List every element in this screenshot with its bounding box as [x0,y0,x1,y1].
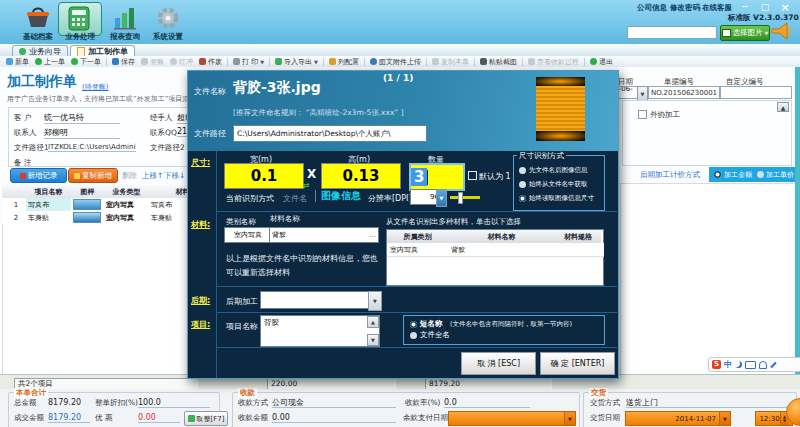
off-value[interactable]: 0.00 [138,413,180,423]
outsource-checkbox[interactable] [638,110,647,119]
chevron-down-icon[interactable]: ▼ [637,86,648,101]
ok-button[interactable]: 确 定 [ENTER] [540,352,615,375]
swap-icon[interactable]: ⇄ [303,181,310,190]
wrench-icon[interactable] [770,361,776,367]
material-row-name[interactable]: 背胶 [448,243,559,257]
add-record-button[interactable]: 新增记录 [10,168,67,183]
detect-option1-label[interactable]: 先文件名后图像信息 [529,166,588,175]
move-down-button[interactable]: 下移↓ [164,171,185,181]
scroll-down-icon[interactable]: ▼ [367,334,379,346]
print-button[interactable]: 打 印▼ [230,57,267,67]
detect-option2-radio[interactable] [519,181,526,188]
cancel-button[interactable]: 取 消 [ESC] [461,352,536,375]
by-filename-option[interactable]: 文件名 [283,193,307,204]
pricing-unit-radio[interactable] [757,171,764,178]
row2-type-cell[interactable]: 室内写真 [104,211,152,225]
row1-type-cell[interactable]: 室内写真 [104,198,152,212]
sogou-logo-icon[interactable]: S [712,360,721,369]
report-chart-icon[interactable] [112,6,138,34]
online-service-link[interactable]: 在线客服 [702,3,732,13]
copy-record-button[interactable]: 复制新增 [68,168,118,183]
payment-amount-value[interactable]: 0.00 [272,413,396,423]
row1-pic-cell[interactable] [71,198,107,212]
chevron-down-icon[interactable]: ▼ [368,291,382,311]
row2-name-cell[interactable]: 车身贴 [26,211,74,225]
dpi-slider-track[interactable] [450,196,480,199]
post-process-dropdown[interactable] [260,291,374,309]
detect-option3-label[interactable]: 始终读取图像信息尺寸 [529,194,594,203]
table-row[interactable]: 1 [2,198,29,212]
file-path-input[interactable]: C:\Users\Administrator\Desktop\个人账户\ [233,125,427,142]
material-name-input[interactable]: 背胶 … [269,227,379,243]
side-strip[interactable] [795,67,800,374]
pricing-unit-label[interactable]: 加工单价 [766,170,794,180]
column-config-button[interactable]: 列配置 [326,57,362,67]
discount-value[interactable]: 100.0 [138,398,210,408]
short-name-label[interactable]: 短名称 [420,319,443,329]
delivery-date-combo[interactable]: 2014-11-07 ▼ [625,411,731,426]
prev-order-button[interactable]: 上一单 [32,57,68,67]
maximize-icon[interactable]: □ [757,2,773,12]
next-order-button[interactable]: 下一单 [68,57,104,67]
table-row[interactable]: 2 [2,211,29,225]
moon-icon[interactable] [735,361,742,368]
person-icon[interactable] [759,361,767,369]
exit-button[interactable]: 退出 [587,57,616,67]
nav-item-business[interactable]: 业务处理 [60,32,100,42]
deal-value[interactable]: 8179.20 [48,413,90,423]
nav-item-base-files[interactable]: 基础档案 [18,32,58,42]
default-one-checkbox[interactable] [468,171,477,180]
scroll-up-icon[interactable]: ▲ [367,316,379,328]
calculator-icon[interactable] [68,6,90,35]
payment-rate-value[interactable]: 0.0 [444,398,530,408]
delivery-method-value[interactable]: 送货上门 [626,398,788,408]
image-search-input[interactable] [627,26,717,39]
material-row-category[interactable]: 室内写真 [387,243,452,257]
ime-language-icon[interactable]: 中 [724,359,732,370]
horn-icon[interactable] [770,22,792,44]
nav-item-settings[interactable]: 系统设置 [148,32,188,42]
material-row-spec[interactable] [555,243,604,257]
grid-header-pic[interactable]: 图样 [71,185,105,199]
collapse-icon[interactable]: ▲ [777,102,789,112]
due-date-combo[interactable]: ▼ [448,411,576,426]
qty-input[interactable]: 3 [409,163,465,191]
project-name-textarea[interactable]: 背胶 ▲ ▼ [260,315,380,347]
category-value-box[interactable]: 室内写真 [224,227,272,243]
nav-item-reports[interactable]: 报表查询 [105,32,145,42]
full-name-label[interactable]: 文件全名 [420,330,450,340]
select-image-button[interactable]: 选择图片 ▼ [720,25,770,41]
minimize-icon[interactable]: ─ [737,2,753,12]
detect-option2-label[interactable]: 始终从文件名中获取 [529,180,588,189]
pricing-amount-radio[interactable] [714,171,721,178]
contact-value[interactable]: 郑柳明 [44,127,120,139]
detect-option3-radio[interactable] [519,195,526,202]
grid-header-type[interactable]: 业务类型 [104,185,150,199]
keyboard-icon[interactable] [745,361,756,369]
company-info-link[interactable]: 公司信息 [637,3,667,13]
grid-header-name[interactable]: 项目名称 [26,185,72,199]
ime-toolbar[interactable]: S 中 [708,357,800,372]
dpi-slider-handle[interactable] [458,192,463,204]
detect-option1-radio[interactable] [519,167,526,174]
round-button[interactable]: 取整[F7] [184,411,228,426]
change-password-link[interactable]: 修改密码 [670,3,700,13]
move-up-button[interactable]: 上移↑ [142,171,163,181]
short-name-radio[interactable] [410,321,417,328]
order-status-link[interactable]: (待登账) [82,82,108,92]
paste-screenshot-button[interactable]: 粘贴截图 [477,57,520,67]
attachment-upload-button[interactable]: 图文附件上传 [367,57,424,67]
custom-no-input[interactable] [720,86,792,99]
customer-value[interactable]: 统一优马特 [44,112,120,124]
height-input[interactable]: 0.13 [321,163,401,189]
width-input[interactable]: 0.1 [224,163,304,189]
pricing-amount-label[interactable]: 加工金额 [724,170,752,180]
ellipsis-icon[interactable]: … [369,231,376,239]
void-button[interactable]: 作废 [196,57,225,67]
new-order-button[interactable]: 新单 [3,57,32,67]
by-image-option[interactable]: 图像信息 [321,189,361,203]
path1-value[interactable]: ITZKOLE:C:\Users\Adminis [48,143,136,152]
row2-pic-cell[interactable] [71,211,107,225]
save-button[interactable]: 保存 [109,57,138,67]
import-export-button[interactable]: 导入导出▼ [272,57,321,67]
